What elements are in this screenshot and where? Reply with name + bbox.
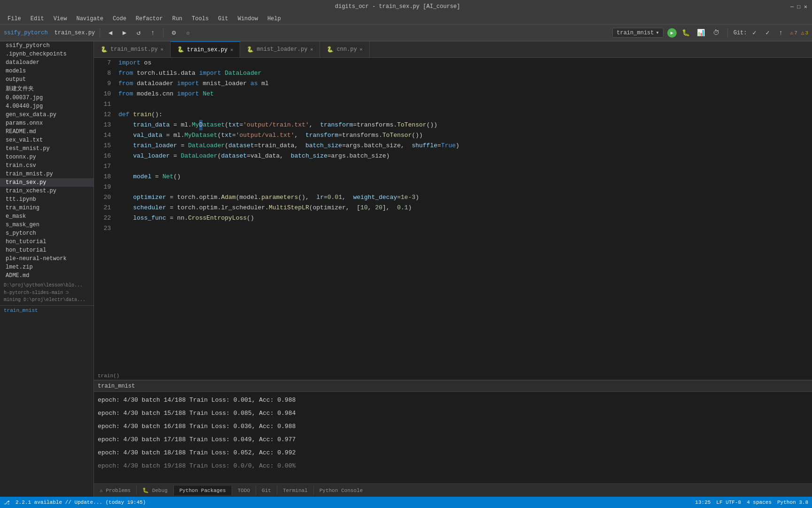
sidebar-item-smaskgen[interactable]: s_mask_gen <box>0 221 94 229</box>
sidebar-item-neural[interactable]: ple-neural-network <box>0 254 94 263</box>
menu-refactor[interactable]: Refactor <box>132 15 167 23</box>
sidebar-item-trainmnist[interactable]: train_mnist.py <box>0 170 94 178</box>
tab-problems[interactable]: ⚠ Problems <box>94 485 137 495</box>
sidebar-item-img1[interactable]: 0.00037.jpg <box>0 94 94 102</box>
tab-python-console[interactable]: Python Console <box>314 486 368 495</box>
menu-window[interactable]: Window <box>234 15 262 23</box>
sidebar-item-ssify[interactable]: ssify_pytorch <box>0 41 94 50</box>
tab-debug[interactable]: 🐛 Debug <box>137 485 174 495</box>
code-line-17 <box>117 161 812 172</box>
project-name[interactable]: ssify_pytorch <box>4 30 48 36</box>
sidebar-item-ipynb[interactable]: .ipynb_checkpoints <box>0 50 94 58</box>
menu-code[interactable]: Code <box>109 15 130 23</box>
tab-terminal[interactable]: Terminal <box>277 486 314 495</box>
code-line-20: optimizer = torch.optim.Adam(model.param… <box>117 192 812 203</box>
menu-bar: File Edit View Navigate Code Refactor Ru… <box>0 13 812 24</box>
sidebar-item-testmnist[interactable]: test_mnist.py <box>0 144 94 153</box>
tab-train-mnist[interactable]: 🐍 train_mnist.py ✕ <box>94 41 171 57</box>
menu-view[interactable]: View <box>50 15 71 23</box>
sidebar-item-trainsex[interactable]: train_sex.py <box>0 178 94 187</box>
code-line-13: train_data = ml.MyDataset(txt='output/tr… <box>117 120 812 130</box>
output-line-2: epoch: 4/30 batch 15/188 Train Loss: 0.0… <box>98 407 808 420</box>
sidebar-item-gen[interactable]: gen_sex_data.py <box>0 111 94 119</box>
tab-mnist-loader[interactable]: 🐍 mnist_loader.py ✕ <box>240 41 320 57</box>
tab-icon-python3: 🐍 <box>247 46 254 53</box>
sidebar-item-models[interactable]: models <box>0 67 94 75</box>
sidebar-item-ttt[interactable]: ttt.ipynb <box>0 195 94 204</box>
tab-train-sex[interactable]: 🐍 train_sex.py ✕ <box>171 41 240 57</box>
toolbar-btn-forward[interactable]: ▶ <box>119 27 130 39</box>
toolbar-btn-settings[interactable]: ⚙ <box>168 27 180 39</box>
menu-file[interactable]: File <box>4 15 25 23</box>
profile-button[interactable]: ⏱ <box>710 27 722 39</box>
output-line-6: epoch: 4/30 batch 19/188 Train Loss: 0.0… <box>98 460 808 473</box>
code-line-14: val_data = ml.MyDataset(txt='output/val.… <box>117 130 812 141</box>
code-line-15: train_loader = DataLoader(dataset=train_… <box>117 141 812 151</box>
error-badge: ⚠7 <box>790 30 797 36</box>
code-content[interactable]: import os from torch.utils.data import D… <box>117 58 812 372</box>
sidebar-path3: mining D:\proj\electr\data... <box>0 296 94 303</box>
tab-cnn[interactable]: 🐍 cnn.py ✕ <box>320 41 369 57</box>
coverage-button[interactable]: 📊 <box>695 27 707 39</box>
sidebar-item-hontut1[interactable]: hon_tutorial <box>0 238 94 246</box>
output-line-3: epoch: 4/30 batch 16/188 Train Loss: 0.0… <box>98 420 808 433</box>
sidebar-item-traincsv[interactable]: train.csv <box>0 161 94 170</box>
tab-todo[interactable]: TODO <box>232 486 256 495</box>
tab-git[interactable]: Git <box>256 486 277 495</box>
code-editor[interactable]: 7 8 9 10 11 12 13 14 15 16 17 18 19 20 2… <box>94 58 812 372</box>
toolbar-btn-refresh[interactable]: ↺ <box>133 27 144 39</box>
status-right: 13:25 LF UTF-8 4 spaces Python 3.8 <box>695 500 808 505</box>
output-header: train_mnist <box>94 381 812 392</box>
sidebar-item-spytorch[interactable]: s_pytorch <box>0 229 94 238</box>
sidebar-item-sexval[interactable]: sex_val.txt <box>0 136 94 144</box>
git-check1[interactable]: ✓ <box>749 27 760 39</box>
code-line-8: from torch.utils.data import DataLoader <box>117 68 812 79</box>
tab-icon-python: 🐍 <box>101 46 108 53</box>
toolbar-btn-back[interactable]: ◀ <box>105 27 116 39</box>
menu-help[interactable]: Help <box>264 15 285 23</box>
sidebar-item-newfolder[interactable]: 新建文件夹 <box>0 84 94 94</box>
sidebar-item-output[interactable]: output <box>0 75 94 84</box>
menu-tools[interactable]: Tools <box>188 15 212 23</box>
status-indent: 4 spaces <box>747 500 772 505</box>
tab-close-cnn[interactable]: ✕ <box>360 47 363 52</box>
sidebar-item-trainxchest[interactable]: train_xchest.py <box>0 187 94 195</box>
debug-button[interactable]: 🐛 <box>680 27 692 39</box>
output-line-1: epoch: 4/30 batch 14/188 Train Loss: 0.0… <box>98 394 808 407</box>
sidebar-item-readme[interactable]: README.md <box>0 127 94 136</box>
status-encoding: LF UTF-8 <box>716 500 741 505</box>
output-content[interactable]: epoch: 4/30 batch 14/188 Train Loss: 0.0… <box>94 392 812 484</box>
output-panel: train_mnist epoch: 4/30 batch 14/188 Tra… <box>94 380 812 484</box>
toolbar-btn-bookmark[interactable]: ☆ <box>182 27 194 39</box>
menu-navigate[interactable]: Navigate <box>72 15 107 23</box>
tab-python-packages[interactable]: Python Packages <box>174 486 232 495</box>
sidebar-item-img2[interactable]: 4.00440.jpg <box>0 102 94 111</box>
window-controls: ─ □ ✕ <box>790 3 807 10</box>
sidebar-item-adme[interactable]: ADME.md <box>0 271 94 280</box>
status-update: 2.2.1 available // Update... (today 19:4… <box>16 500 146 505</box>
sidebar-item-tramining[interactable]: tra_mining <box>0 204 94 212</box>
run-button[interactable]: ▶ <box>667 28 677 38</box>
code-line-21: scheduler = torch.optim.lr_scheduler.Mul… <box>117 203 812 213</box>
tab-label-mnist-loader: mnist_loader.py <box>257 46 307 53</box>
sidebar-item-toonnx[interactable]: toonnx.py <box>0 153 94 161</box>
breadcrumb-text: train() <box>98 373 119 379</box>
sidebar-path: D:\proj\python\lesson\blo... <box>0 282 94 289</box>
tab-close-train-mnist[interactable]: ✕ <box>161 47 164 52</box>
sidebar-item-hontut2[interactable]: hon_tutorial <box>0 246 94 254</box>
sidebar-item-emask[interactable]: e_mask <box>0 212 94 221</box>
git-arrow[interactable]: ↑ <box>775 27 787 39</box>
tab-close-train-sex[interactable]: ✕ <box>230 47 233 53</box>
editor-area: 🐍 train_mnist.py ✕ 🐍 train_sex.py ✕ 🐍 mn… <box>94 41 812 497</box>
sidebar-item-params[interactable]: params.onnx <box>0 119 94 127</box>
git-check2[interactable]: ✓ <box>762 27 773 39</box>
run-config[interactable]: train_mnist ▾ <box>612 28 663 38</box>
menu-git[interactable]: Git <box>214 15 232 23</box>
tab-close-mnist-loader[interactable]: ✕ <box>310 47 313 52</box>
toolbar-separator2 <box>163 28 164 38</box>
menu-run[interactable]: Run <box>168 15 186 23</box>
sidebar-item-lmet[interactable]: lmet.zip <box>0 263 94 271</box>
sidebar-item-dataloader[interactable]: dataloader <box>0 58 94 67</box>
toolbar-btn-up[interactable]: ↑ <box>147 27 158 39</box>
menu-edit[interactable]: Edit <box>27 15 48 23</box>
